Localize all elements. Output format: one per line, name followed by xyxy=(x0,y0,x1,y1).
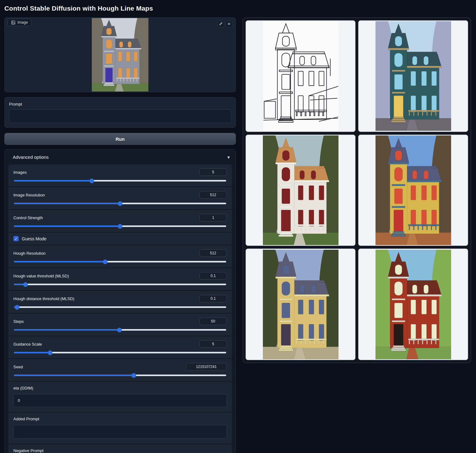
image-corner-buttons: ✕ xyxy=(217,21,232,27)
textarea-label-negative-prompt: Negative Prompt xyxy=(13,448,227,453)
slider-label-images: Images xyxy=(13,170,27,175)
uploaded-house-photo[interactable] xyxy=(92,18,148,92)
main-columns: Image ✕ Prom xyxy=(0,17,476,453)
image-component-badge: Image xyxy=(7,19,31,26)
generated-image-5 xyxy=(376,250,451,359)
slider-thumb-hough-distance-threshold[interactable] xyxy=(15,305,20,309)
slider-label-image-resolution: Image Resolution xyxy=(13,193,45,197)
hough-line-map xyxy=(263,21,338,131)
slider-label-steps: Steps xyxy=(13,319,24,324)
slider-row-image-resolution: Image Resolution512 xyxy=(8,187,232,210)
slider-value-image-resolution[interactable]: 512 xyxy=(199,191,227,199)
edit-image-button[interactable] xyxy=(217,21,224,27)
gallery-item-generated-image-3[interactable] xyxy=(358,134,468,246)
slider-value-hough-resolution[interactable]: 512 xyxy=(199,249,227,257)
image-component-label: Image xyxy=(17,20,28,25)
slider-thumb-control-strength[interactable] xyxy=(118,224,123,229)
pencil-icon xyxy=(219,22,223,26)
slider-thumb-guidance-scale[interactable] xyxy=(48,350,52,355)
slider-row-control-strength: Control Strength1 xyxy=(8,210,232,233)
generated-image-2 xyxy=(263,135,338,245)
slider-row-images: Images5 xyxy=(8,164,232,187)
chevron-down-icon: ▼ xyxy=(226,155,231,160)
gallery-item-generated-image-4[interactable] xyxy=(245,248,356,360)
checkbox-guess-mode[interactable]: ✓ xyxy=(13,236,19,241)
run-button[interactable]: Run xyxy=(4,133,236,145)
generated-image-3 xyxy=(376,135,451,245)
slider-track-hough-value-threshold[interactable] xyxy=(14,284,226,285)
slider-thumb-seed[interactable] xyxy=(132,373,136,378)
results-column xyxy=(243,17,471,363)
slider-label-hough-value-threshold: Hough value threshold (MLSD) xyxy=(13,274,69,278)
slider-row-seed: Seed1215107241 xyxy=(8,359,232,382)
textarea-input-added-prompt[interactable] xyxy=(13,425,227,439)
slider-label-guidance-scale: Guidance Scale xyxy=(13,342,42,347)
gallery-item-hough-line-map[interactable] xyxy=(245,20,356,132)
slider-value-seed[interactable]: 1215107241 xyxy=(186,363,227,370)
results-gallery xyxy=(243,17,471,363)
prompt-panel: Prompt xyxy=(4,97,236,128)
prompt-input[interactable] xyxy=(9,109,231,123)
number-input-eta-ddim[interactable]: 0 xyxy=(13,394,227,407)
slider-thumb-images[interactable] xyxy=(90,178,94,183)
slider-label-control-strength: Control Strength xyxy=(13,215,43,220)
slider-track-hough-resolution[interactable] xyxy=(14,261,226,262)
slider-thumb-image-resolution[interactable] xyxy=(118,201,123,206)
slider-value-control-strength[interactable]: 1 xyxy=(199,214,227,221)
slider-track-seed[interactable] xyxy=(14,375,226,376)
slider-track-hough-distance-threshold[interactable] xyxy=(14,306,226,308)
slider-row-steps: Steps50 xyxy=(8,314,232,336)
slider-row-hough-resolution: Hough Resolution512 xyxy=(8,245,232,268)
slider-track-guidance-scale[interactable] xyxy=(14,352,226,353)
image-icon xyxy=(11,21,15,25)
slider-value-hough-value-threshold[interactable]: 0.1 xyxy=(199,272,227,280)
input-image-panel[interactable]: Image ✕ xyxy=(4,17,236,92)
clear-image-button[interactable]: ✕ xyxy=(226,21,232,27)
generated-image-4 xyxy=(263,250,338,359)
slider-thumb-hough-resolution[interactable] xyxy=(103,259,108,264)
slider-row-hough-distance-threshold: Hough distance threshold (MLSD)0.1 xyxy=(8,291,232,314)
slider-label-hough-distance-threshold: Hough distance threshold (MLSD) xyxy=(13,296,74,301)
slider-row-hough-value-threshold: Hough value threshold (MLSD)0.1 xyxy=(8,268,232,291)
close-icon: ✕ xyxy=(227,22,231,26)
number-row-eta-ddim: eta (DDIM)0 xyxy=(8,382,232,413)
slider-value-steps[interactable]: 50 xyxy=(199,318,227,325)
slider-value-guidance-scale[interactable]: 5 xyxy=(199,340,227,348)
advanced-options-accordion: Advanced options ▼ Images5Image Resoluti… xyxy=(4,149,236,453)
advanced-options-rows: Images5Image Resolution512Control Streng… xyxy=(8,164,232,453)
textarea-row-negative-prompt: Negative Prompt xyxy=(8,444,232,453)
advanced-options-header[interactable]: Advanced options ▼ xyxy=(8,149,232,164)
slider-thumb-hough-value-threshold[interactable] xyxy=(23,282,28,287)
textarea-label-added-prompt: Added Prompt xyxy=(13,417,227,421)
slider-track-control-strength[interactable] xyxy=(14,225,226,227)
slider-value-hough-distance-threshold[interactable]: 0.1 xyxy=(199,295,227,302)
slider-track-steps[interactable] xyxy=(14,329,226,331)
slider-label-seed: Seed xyxy=(13,365,23,369)
prompt-label: Prompt xyxy=(9,102,231,106)
app-root: Control Stable Diffusion with Hough Line… xyxy=(0,0,476,453)
page-title: Control Stable Diffusion with Hough Line… xyxy=(0,0,476,12)
gallery-item-generated-image-1[interactable] xyxy=(358,20,468,132)
controls-column: Image ✕ Prom xyxy=(4,17,236,453)
slider-thumb-steps[interactable] xyxy=(117,328,122,332)
checkbox-label-guess-mode: Guess Mode xyxy=(22,236,46,241)
slider-label-hough-resolution: Hough Resolution xyxy=(13,251,45,256)
slider-track-images[interactable] xyxy=(14,180,226,182)
slider-row-guidance-scale: Guidance Scale5 xyxy=(8,336,232,359)
gallery-item-generated-image-2[interactable] xyxy=(245,134,356,246)
textarea-row-added-prompt: Added Prompt xyxy=(8,413,232,444)
slider-track-image-resolution[interactable] xyxy=(14,203,226,204)
checkbox-row-guess-mode: ✓Guess Mode xyxy=(8,233,232,245)
advanced-options-title: Advanced options xyxy=(13,155,49,160)
gallery-item-generated-image-5[interactable] xyxy=(358,248,468,360)
number-label-eta-ddim: eta (DDIM) xyxy=(13,386,227,390)
slider-value-images[interactable]: 5 xyxy=(199,168,227,176)
generated-image-1 xyxy=(376,21,451,131)
